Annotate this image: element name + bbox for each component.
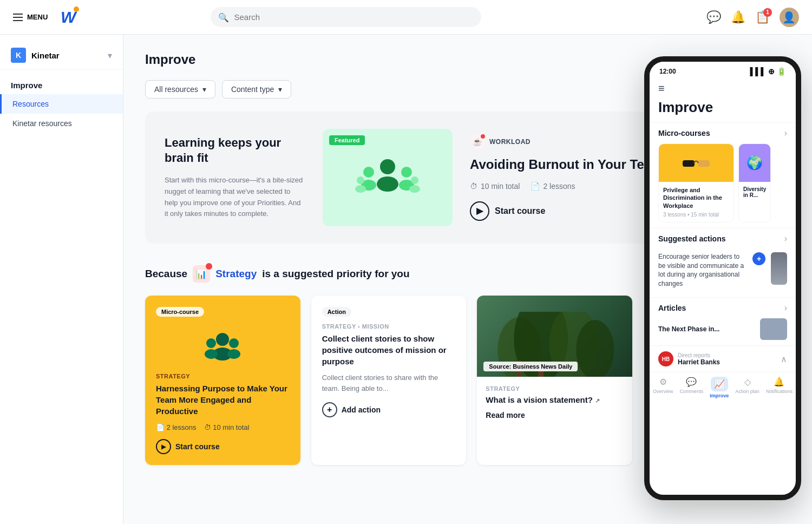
strategy-icon: 📊 [193, 265, 210, 283]
all-resources-filter[interactable]: All resources ▾ [145, 80, 215, 99]
svg-point-0 [380, 159, 395, 174]
phone-bottom-nav: ⚙ Overview 💬 Comments 📈 Improve ◇ Action… [650, 372, 796, 405]
suggested-action-item: Encourage senior leaders to be visible a… [658, 249, 787, 292]
phone-status-bar: 12:00 ▌▌▌ ⊕ 🔋 [650, 62, 796, 78]
card-category: STRATEGY [486, 385, 624, 392]
user-avatar: HB [658, 351, 673, 366]
card-type-badge: Action [322, 307, 351, 317]
start-course-card-button[interactable]: ▶ Start course [156, 439, 290, 454]
people-illustration [350, 150, 425, 205]
phone-nav-overview[interactable]: ⚙ Overview [653, 377, 673, 398]
workload-icon: ☕ [470, 134, 485, 149]
chevron-up-icon[interactable]: ∧ [781, 355, 787, 364]
phone-header: ≡ Improve [650, 78, 796, 122]
logo[interactable]: W [56, 5, 80, 29]
user-name: Harriet Banks [678, 358, 720, 366]
svg-point-13 [205, 349, 218, 359]
card-meta: 📄 2 lessons ⏱ 10 min total [156, 423, 290, 431]
card-title: What is a vision statement? ↗ [486, 395, 624, 404]
header-actions: 💬 🔔 📋 1 👤 [706, 8, 799, 27]
phone-microcourses-title: Micro-courses [658, 129, 710, 137]
cards-grid: Micro-course STRATEGY Harnessing Purpose… [145, 296, 632, 465]
chevron-down-icon: ▾ [202, 85, 206, 94]
svg-point-15 [227, 349, 240, 359]
header: MENU W 🔍 💬 🔔 📋 1 👤 [0, 0, 812, 35]
chevron-right-icon[interactable]: › [784, 303, 787, 313]
article-item[interactable]: The Next Phase in... [658, 318, 787, 340]
list-item: Action STRATEGY › MISSION Collect client… [311, 296, 467, 465]
list-item: Source: Business News Daily STRATEGY Wha… [477, 296, 632, 465]
phone-articles-title: Articles [658, 304, 686, 312]
svg-point-9 [409, 185, 420, 193]
content-type-filter[interactable]: Content type ▾ [222, 80, 291, 99]
read-more-button[interactable]: Read more [486, 411, 624, 420]
banner-title: Learning keeps your brain fit [165, 135, 305, 166]
svg-rect-23 [698, 160, 710, 167]
svg-point-14 [229, 338, 239, 348]
sidebar-item-resources[interactable]: Resources [0, 94, 123, 114]
featured-badge: Featured [329, 135, 365, 145]
main-content: Improve All resources ▾ Content type ▾ L… [123, 35, 812, 524]
list-item: Micro-course STRATEGY Harnessing Purpose… [145, 296, 300, 465]
search-icon: 🔍 [218, 12, 229, 22]
inbox-button[interactable]: 📋 1 [755, 10, 770, 24]
micro-course-title: Diversity in R... [743, 186, 766, 198]
add-action-phone-button[interactable]: + [752, 252, 765, 265]
chat-button[interactable]: 💬 [706, 10, 721, 24]
svg-point-8 [411, 176, 418, 184]
priority-prefix: Because [145, 268, 187, 280]
chevron-down-icon: ▾ [108, 50, 112, 61]
micro-course-title: Privilege and Discrimination in the Work… [663, 186, 729, 209]
org-avatar: K [11, 48, 26, 63]
svg-rect-22 [683, 160, 695, 167]
suggested-action-text: Encourage senior leaders to be visible a… [658, 252, 747, 289]
micro-course-meta: 3 lessons • 15 min total [663, 212, 729, 218]
chevron-right-icon[interactable]: › [784, 234, 787, 244]
card-title: Harnessing Purpose to Make Your Team Mor… [156, 383, 290, 417]
card-image: Source: Business News Daily [477, 296, 632, 377]
chevron-down-icon: ▾ [278, 85, 282, 94]
phone-user-bar: HB Direct reports Harriet Banks ∧ [650, 345, 796, 372]
org-selector[interactable]: K Kinetar ▾ [0, 41, 123, 70]
notifications-button[interactable]: 🔔 [731, 10, 745, 24]
user-role: Direct reports [678, 352, 720, 358]
banner-image: Featured [323, 129, 453, 226]
image-source-badge: Source: Business News Daily [483, 362, 578, 371]
search-bar[interactable]: 🔍 [211, 7, 481, 27]
phone-nav-action-plan[interactable]: ◇ Action plan [735, 377, 759, 398]
phone-nav-comments[interactable]: 💬 Comments [680, 377, 704, 398]
sidebar: K Kinetar ▾ Improve Resources Kinetar re… [0, 35, 123, 524]
card-title: Collect client stories to show positive … [322, 333, 456, 367]
sidebar-item-kinetar-resources[interactable]: Kinetar resources [0, 114, 123, 133]
svg-point-2 [363, 167, 374, 178]
card-category: STRATEGY › MISSION [322, 323, 456, 330]
phone-suggested-actions-section: Suggested actions › Encourage senior lea… [650, 228, 796, 297]
chevron-right-icon[interactable]: › [784, 128, 787, 138]
phone-page-title: Improve [658, 99, 787, 116]
sidebar-section-title: Improve [0, 76, 123, 94]
list-item[interactable]: 🌍 Diversity in R... [738, 143, 771, 222]
phone-articles-section: Articles › The Next Phase in... [650, 297, 796, 345]
phone-nav-notifications[interactable]: 🔔 Notifications [766, 377, 793, 398]
phone-nav-improve[interactable]: 📈 Improve [710, 377, 729, 398]
list-item[interactable]: Privilege and Discrimination in the Work… [658, 143, 734, 222]
phone-menu-icon[interactable]: ≡ [658, 82, 787, 95]
play-circle-icon: ▶ [470, 201, 489, 221]
menu-button[interactable]: MENU [13, 13, 48, 21]
svg-point-12 [206, 338, 216, 348]
banner-description: Start with this micro-course—it's a bite… [165, 175, 305, 220]
phone-mockup: 12:00 ▌▌▌ ⊕ 🔋 ≡ Improve Micro-courses › [644, 56, 801, 500]
svg-point-4 [401, 167, 412, 178]
svg-point-7 [355, 185, 366, 193]
card-category: STRATEGY [156, 373, 290, 379]
svg-point-1 [377, 176, 398, 192]
search-input[interactable] [211, 7, 481, 27]
notification-badge: 1 [763, 8, 772, 17]
org-name: Kinetar [31, 51, 108, 60]
hamburger-icon [13, 14, 23, 21]
card-illustration [156, 323, 290, 366]
add-action-button[interactable]: + Add action [322, 402, 456, 417]
avatar[interactable]: 👤 [780, 8, 799, 27]
card-type-badge: Micro-course [156, 307, 204, 317]
priority-suffix: is a suggested priority for you [262, 268, 409, 280]
